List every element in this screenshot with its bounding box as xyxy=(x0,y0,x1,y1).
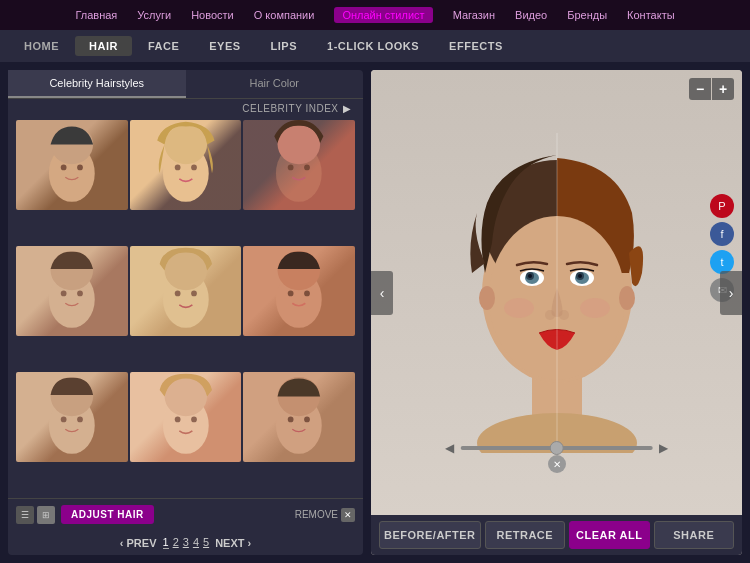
svg-point-19 xyxy=(191,291,197,297)
prev-photo-arrow[interactable]: ‹ xyxy=(371,271,393,315)
tab-face[interactable]: FACE xyxy=(134,36,193,56)
close-button[interactable]: ✕ xyxy=(548,455,566,473)
svg-point-58 xyxy=(619,286,635,310)
nav-home[interactable]: Главная xyxy=(75,9,117,21)
before-after-button[interactable]: BEFORE/AFTER xyxy=(379,521,481,549)
nav-contacts[interactable]: Контакты xyxy=(627,9,675,21)
tab-home[interactable]: HOME xyxy=(10,36,73,56)
hairstyle-item-1[interactable] xyxy=(16,120,128,210)
tab-1click[interactable]: 1-CLICK LOOKS xyxy=(313,36,433,56)
left-panel: Celebrity Hairstyles Hair Color CELEBRIT… xyxy=(8,70,363,555)
tab-eyes[interactable]: EYES xyxy=(195,36,254,56)
nav-news[interactable]: Новости xyxy=(191,9,234,21)
remove-label: REMOVE xyxy=(295,509,338,520)
page-2[interactable]: 2 xyxy=(173,536,179,549)
main-content: Celebrity Hairstyles Hair Color CELEBRIT… xyxy=(0,62,750,563)
page-4[interactable]: 4 xyxy=(193,536,199,549)
pagination: ‹ PREV 1 2 3 4 5 NEXT › xyxy=(8,530,363,555)
tab-celebrity-hairstyles[interactable]: Celebrity Hairstyles xyxy=(8,70,186,98)
nav-shop[interactable]: Магазин xyxy=(453,9,495,21)
hairstyle-item-4[interactable] xyxy=(16,246,128,336)
svg-point-52 xyxy=(545,310,555,320)
adjust-hair-button[interactable]: ADJUST HAIR xyxy=(61,505,154,524)
svg-point-35 xyxy=(304,417,310,423)
prev-chevron: ‹ xyxy=(120,537,124,549)
svg-point-3 xyxy=(77,165,83,171)
prev-button[interactable]: ‹ PREV xyxy=(120,537,157,549)
nav-services[interactable]: Услуги xyxy=(137,9,171,21)
panel-tabs: Celebrity Hairstyles Hair Color xyxy=(8,70,363,99)
celebrity-index-arrow[interactable]: ▶ xyxy=(343,103,352,114)
top-nav: Главная Услуги Новости О компании Онлайн… xyxy=(0,0,750,30)
secondary-nav: HOME HAIR FACE EYES LIPS 1-CLICK LOOKS E… xyxy=(0,30,750,62)
page-3[interactable]: 3 xyxy=(183,536,189,549)
svg-point-23 xyxy=(304,291,310,297)
hairstyle-item-2[interactable] xyxy=(130,120,242,210)
bottom-toolbar: ☰ ⊞ ADJUST HAIR REMOVE ✕ xyxy=(8,498,363,530)
hairstyle-item-8[interactable] xyxy=(130,372,242,462)
hairstyle-grid xyxy=(8,118,363,498)
tab-lips[interactable]: LIPS xyxy=(257,36,311,56)
svg-point-7 xyxy=(191,165,197,171)
remove-x-icon[interactable]: ✕ xyxy=(341,508,355,522)
next-photo-arrow[interactable]: › xyxy=(720,271,742,315)
nav-about[interactable]: О компании xyxy=(254,9,315,21)
svg-point-15 xyxy=(77,291,83,297)
page-5[interactable]: 5 xyxy=(203,536,209,549)
slider-handle[interactable] xyxy=(550,441,564,455)
right-panel: − + ‹ › xyxy=(371,70,742,555)
view-grid-icon[interactable]: ⊞ xyxy=(37,506,55,524)
svg-point-2 xyxy=(61,165,67,171)
view-list-icon[interactable]: ☰ xyxy=(16,506,34,524)
svg-point-51 xyxy=(578,274,582,278)
slider-track[interactable] xyxy=(460,446,653,450)
svg-point-53 xyxy=(559,310,569,320)
portrait-svg xyxy=(437,133,677,453)
svg-point-57 xyxy=(479,286,495,310)
tab-hair-color[interactable]: Hair Color xyxy=(186,70,364,98)
svg-point-5 xyxy=(164,125,207,164)
facebook-icon[interactable]: f xyxy=(710,222,734,246)
tab-effects[interactable]: EFFECTS xyxy=(435,36,517,56)
next-chevron: › xyxy=(247,537,251,549)
svg-point-50 xyxy=(528,274,532,278)
svg-point-54 xyxy=(504,298,534,318)
slider-left-arrow[interactable]: ◀ xyxy=(445,441,454,455)
action-buttons: BEFORE/AFTER RETRACE CLEAR ALL SHARE xyxy=(371,515,742,555)
remove-button[interactable]: REMOVE ✕ xyxy=(295,508,355,522)
svg-point-18 xyxy=(174,291,180,297)
share-button[interactable]: SHARE xyxy=(654,521,734,549)
nav-stylist[interactable]: Онлайн стилист xyxy=(334,7,432,23)
hairstyle-item-3[interactable] xyxy=(243,120,355,210)
slider-right-arrow[interactable]: ▶ xyxy=(659,441,668,455)
hairstyle-item-5[interactable] xyxy=(130,246,242,336)
view-icons: ☰ ⊞ xyxy=(16,506,55,524)
celebrity-index: CELEBRITY INDEX ▶ xyxy=(8,99,363,118)
nav-video[interactable]: Видео xyxy=(515,9,547,21)
svg-point-30 xyxy=(174,417,180,423)
next-button[interactable]: NEXT › xyxy=(215,537,251,549)
pinterest-icon[interactable]: P xyxy=(710,194,734,218)
svg-point-26 xyxy=(61,417,67,423)
hairstyle-item-9[interactable] xyxy=(243,372,355,462)
hair-slider: ◀ ▶ xyxy=(445,441,668,455)
page-1[interactable]: 1 xyxy=(163,536,169,549)
photo-area: − + ‹ › xyxy=(371,70,742,515)
svg-point-27 xyxy=(77,417,83,423)
svg-point-34 xyxy=(288,417,294,423)
nav-brands[interactable]: Бренды xyxy=(567,9,607,21)
hairstyle-item-6[interactable] xyxy=(243,246,355,336)
retrace-button[interactable]: RETRACE xyxy=(485,521,565,549)
clear-all-button[interactable]: CLEAR ALL xyxy=(569,521,649,549)
svg-point-10 xyxy=(288,165,294,171)
svg-point-31 xyxy=(191,417,197,423)
tab-hair[interactable]: HAIR xyxy=(75,36,132,56)
svg-point-55 xyxy=(580,298,610,318)
svg-point-14 xyxy=(61,291,67,297)
svg-point-11 xyxy=(304,165,310,171)
page-numbers: 1 2 3 4 5 xyxy=(163,536,210,549)
svg-point-6 xyxy=(174,165,180,171)
svg-point-22 xyxy=(288,291,294,297)
hairstyle-item-7[interactable] xyxy=(16,372,128,462)
